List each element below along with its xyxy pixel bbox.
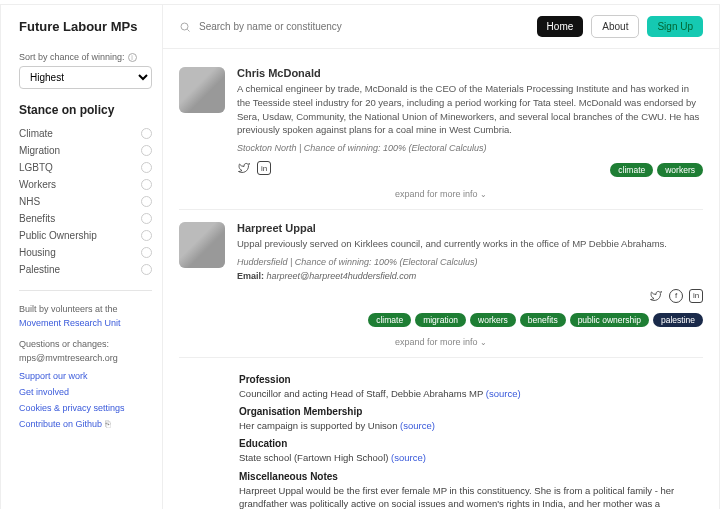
detail-heading: Education	[239, 438, 699, 449]
policy-tag[interactable]: workers	[657, 163, 703, 177]
results-list: Chris McDonald A chemical engineer by tr…	[163, 49, 719, 509]
svg-point-0	[181, 23, 188, 30]
radio-icon	[141, 196, 152, 207]
logo: Future Labour MPs	[19, 19, 152, 34]
policy-tag[interactable]: climate	[368, 313, 411, 327]
twitter-icon[interactable]	[649, 289, 663, 303]
policy-filter[interactable]: Public Ownership	[19, 227, 152, 244]
search-input[interactable]	[199, 21, 529, 32]
chevron-down-icon: ⌄	[480, 190, 487, 199]
twitter-icon[interactable]	[237, 161, 251, 175]
avatar	[179, 222, 225, 268]
detail-heading: Profession	[239, 374, 699, 385]
radio-icon	[141, 247, 152, 258]
built-by: Built by volunteers at the Movement Rese…	[19, 303, 152, 330]
mru-link[interactable]: Movement Research Unit	[19, 318, 121, 328]
policy-filter[interactable]: Climate	[19, 125, 152, 142]
avatar	[179, 67, 225, 113]
detail-heading: Miscellaneous Notes	[239, 471, 699, 482]
home-button[interactable]: Home	[537, 16, 584, 37]
facebook-icon[interactable]: f	[669, 289, 683, 303]
source-link[interactable]: (source)	[400, 420, 435, 431]
candidate-card: Harpreet Uppal Uppal previously served o…	[179, 216, 703, 331]
sidebar: Future Labour MPs Sort by chance of winn…	[1, 5, 163, 509]
footer-link[interactable]: Contribute on Github ⎘	[19, 419, 152, 429]
policy-filter[interactable]: Migration	[19, 142, 152, 159]
radio-icon	[141, 230, 152, 241]
candidate-meta: Huddersfield | Chance of winning: 100% (…	[237, 257, 703, 267]
svg-line-1	[187, 29, 189, 31]
candidate-card: Chris McDonald A chemical engineer by tr…	[179, 61, 703, 183]
policy-filter[interactable]: Benefits	[19, 210, 152, 227]
candidate-meta: Stockton North | Chance of winning: 100%…	[237, 143, 703, 153]
radio-icon	[141, 264, 152, 275]
candidate-bio: A chemical engineer by trade, McDonald i…	[237, 82, 703, 137]
sort-select[interactable]: Highest	[19, 66, 152, 89]
candidate-name: Chris McDonald	[237, 67, 703, 79]
policy-filter[interactable]: Housing	[19, 244, 152, 261]
main: Home About Sign Up Chris McDonald A chem…	[163, 5, 719, 509]
info-icon[interactable]: i	[128, 53, 137, 62]
policy-tag[interactable]: benefits	[520, 313, 566, 327]
candidate-bio: Uppal previously served on Kirklees coun…	[237, 237, 703, 251]
stance-title: Stance on policy	[19, 103, 152, 117]
candidate-details: Profession Councillor and acting Head of…	[179, 364, 703, 509]
policy-tag[interactable]: migration	[415, 313, 466, 327]
radio-icon	[141, 162, 152, 173]
policy-filter[interactable]: Palestine	[19, 261, 152, 278]
questions: Questions or changes: mps@mvmtresearch.o…	[19, 338, 152, 365]
signup-button[interactable]: Sign Up	[647, 16, 703, 37]
radio-icon	[141, 213, 152, 224]
radio-icon	[141, 145, 152, 156]
sort-label: Sort by chance of winning: i	[19, 52, 152, 62]
candidate-email: Email: harpreet@harpreet4huddersfield.co…	[237, 271, 703, 281]
policy-tag[interactable]: workers	[470, 313, 516, 327]
policy-filter[interactable]: NHS	[19, 193, 152, 210]
policy-filter[interactable]: LGBTQ	[19, 159, 152, 176]
linkedin-icon[interactable]: in	[689, 289, 703, 303]
policy-tag[interactable]: palestine	[653, 313, 703, 327]
footer-link[interactable]: Get involved	[19, 387, 152, 397]
expand-toggle[interactable]: expand for more info ⌄	[179, 183, 703, 210]
source-link[interactable]: (source)	[391, 452, 426, 463]
policy-tag[interactable]: public ownership	[570, 313, 649, 327]
footer-link[interactable]: Cookies & privacy settings	[19, 403, 152, 413]
source-link[interactable]: (source)	[486, 388, 521, 399]
radio-icon	[141, 179, 152, 190]
search-icon	[179, 21, 191, 33]
policy-tag[interactable]: climate	[610, 163, 653, 177]
detail-heading: Organisation Membership	[239, 406, 699, 417]
footer-link[interactable]: Support our work	[19, 371, 152, 381]
topbar: Home About Sign Up	[163, 5, 719, 49]
linkedin-icon[interactable]: in	[257, 161, 271, 175]
about-button[interactable]: About	[591, 15, 639, 38]
chevron-down-icon: ⌄	[480, 338, 487, 347]
radio-icon	[141, 128, 152, 139]
candidate-name: Harpreet Uppal	[237, 222, 703, 234]
expand-toggle[interactable]: expand for more info ⌄	[179, 331, 703, 358]
policy-filter[interactable]: Workers	[19, 176, 152, 193]
